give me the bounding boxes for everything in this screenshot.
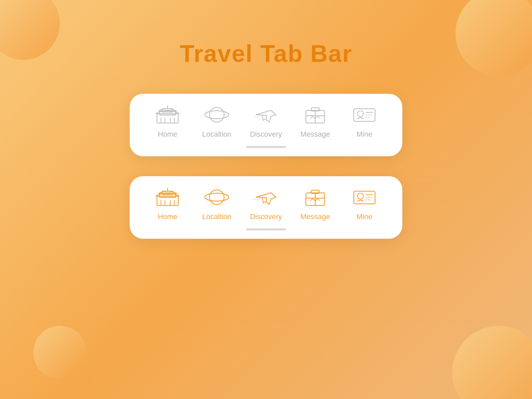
location-icon-inactive: [203, 104, 230, 127]
location-icon-active: [203, 186, 230, 209]
tab-label-message-inactive: Message: [300, 130, 330, 139]
tab-item-discovery-active[interactable]: Discovery: [246, 186, 286, 221]
svg-point-34: [205, 193, 229, 201]
mine-icon-inactive: [351, 104, 378, 127]
tab-items-active: Home Localtion Discovery: [143, 186, 389, 221]
tab-label-mine-active: Mine: [356, 212, 372, 221]
tab-item-location-inactive[interactable]: Localtion: [197, 104, 237, 139]
tab-label-discovery-inactive: Discovery: [250, 130, 282, 139]
mine-icon-active: [351, 186, 378, 209]
tab-items-inactive: Home Localtion: [143, 104, 389, 139]
tab-label-mine-inactive: Mine: [356, 130, 372, 139]
scroll-indicator-1: [246, 146, 286, 148]
svg-point-33: [209, 190, 224, 204]
home-icon-active: [154, 186, 181, 209]
svg-point-42: [357, 193, 363, 199]
tab-item-location-active[interactable]: Localtion: [197, 186, 237, 221]
tab-bar-active: Home Localtion Discovery: [130, 176, 402, 239]
tab-label-message-active: Message: [300, 212, 330, 221]
tab-item-home-inactive[interactable]: Home: [148, 104, 188, 139]
discovery-icon-inactive: [253, 104, 279, 127]
decorative-circle-top-right: [456, 0, 532, 76]
scroll-indicator-2: [246, 228, 286, 230]
tab-label-home-active: Home: [158, 212, 178, 221]
decorative-circle-top-left: [0, 0, 60, 60]
tab-item-message-active[interactable]: Message: [295, 186, 335, 221]
tab-item-discovery-inactive[interactable]: Discovery: [246, 104, 286, 139]
tab-bar-inactive: Home Localtion: [130, 94, 402, 156]
discovery-icon-active: [253, 186, 279, 209]
decorative-circle-bottom-right: [452, 326, 532, 399]
page-title: Travel Tab Bar: [180, 40, 352, 67]
svg-point-11: [205, 111, 229, 119]
svg-rect-18: [354, 109, 375, 121]
tab-label-location-active: Localtion: [202, 212, 231, 221]
tab-label-home-inactive: Home: [158, 130, 178, 139]
tab-item-mine-inactive[interactable]: Mine: [344, 104, 384, 139]
message-icon-inactive: [302, 104, 329, 127]
decorative-circle-bottom-left: [33, 326, 86, 379]
svg-point-19: [357, 111, 363, 117]
home-icon-inactive: [154, 104, 181, 127]
svg-point-10: [209, 107, 224, 122]
svg-rect-41: [354, 191, 375, 204]
tab-label-location-inactive: Localtion: [202, 130, 231, 139]
tab-item-mine-active[interactable]: Mine: [344, 186, 384, 221]
tab-item-message-inactive[interactable]: Message: [295, 104, 335, 139]
message-icon-active: [302, 186, 329, 209]
tab-label-discovery-active: Discovery: [250, 212, 282, 221]
tab-item-home-active[interactable]: Home: [148, 186, 188, 221]
